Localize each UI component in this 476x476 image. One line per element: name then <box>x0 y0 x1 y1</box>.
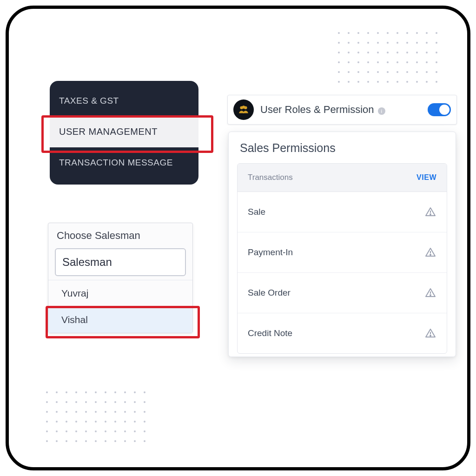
col-view-button[interactable]: VIEW <box>416 173 436 182</box>
device-frame: TAXES & GST USER MANAGEMENT TRANSACTION … <box>6 6 470 470</box>
nav-item-user-management[interactable]: USER MANAGEMENT <box>50 116 198 147</box>
user-roles-title: User Roles & Permission i <box>260 104 421 116</box>
settings-nav: TAXES & GST USER MANAGEMENT TRANSACTION … <box>50 81 198 185</box>
perm-row-credit-note[interactable]: Credit Note <box>238 313 447 353</box>
permissions-title: Sales Permissions <box>229 132 456 163</box>
perm-row-payment-in[interactable]: Payment-In <box>238 232 447 273</box>
perm-label: Credit Note <box>248 328 292 338</box>
svg-point-4 <box>430 214 431 215</box>
user-roles-toggle-bar: User Roles & Permission i <box>227 95 457 125</box>
permissions-table: Transactions VIEW Sale Payment-In Sale O… <box>237 163 447 354</box>
perm-label: Sale Order <box>248 288 291 298</box>
svg-point-8 <box>430 295 431 296</box>
salesman-label: Choose Salesman <box>48 223 192 246</box>
perm-row-sale[interactable]: Sale <box>238 192 447 232</box>
info-icon[interactable]: i <box>378 107 385 115</box>
perm-row-sale-order[interactable]: Sale Order <box>238 273 447 313</box>
choose-salesman-dropdown: Choose Salesman Salesman Yuvraj Vishal <box>48 223 193 333</box>
salesman-select[interactable]: Salesman <box>55 248 186 276</box>
sales-permissions-panel: Sales Permissions Transactions VIEW Sale… <box>228 132 456 357</box>
dot-grid-decoration <box>46 391 147 444</box>
col-transactions: Transactions <box>248 173 293 182</box>
salesman-option-yuvraj[interactable]: Yuvraj <box>48 280 192 306</box>
users-icon <box>233 99 254 120</box>
nav-item-transaction-message[interactable]: TRANSACTION MESSAGE <box>50 147 198 178</box>
salesman-option-vishal[interactable]: Vishal <box>48 306 192 333</box>
perm-label: Sale <box>248 207 265 217</box>
warning-icon <box>424 206 436 218</box>
perm-label: Payment-In <box>248 247 293 258</box>
user-roles-toggle[interactable] <box>428 103 451 116</box>
warning-icon <box>424 327 436 339</box>
svg-point-6 <box>430 254 431 255</box>
warning-icon <box>424 287 436 299</box>
permissions-header: Transactions VIEW <box>238 164 447 192</box>
warning-icon <box>424 246 436 258</box>
nav-item-taxes-gst[interactable]: TAXES & GST <box>50 86 198 116</box>
dot-grid-decoration <box>338 32 439 85</box>
svg-point-2 <box>242 106 245 109</box>
svg-point-10 <box>430 335 431 336</box>
